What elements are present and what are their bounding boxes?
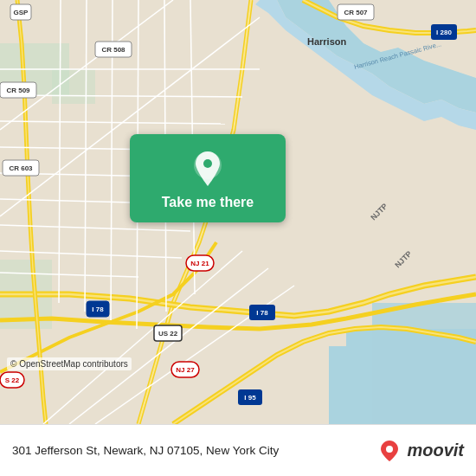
svg-text:I 280: I 280 (436, 29, 452, 36)
svg-text:CR 508: CR 508 (101, 46, 125, 54)
svg-point-56 (203, 159, 212, 168)
button-label: Take me there (162, 195, 254, 210)
take-me-there-button[interactable]: Take me there (130, 134, 286, 222)
map-container: CR 507 CR 508 CR 509 CR 603 NJ 21 I 78 I… (0, 0, 476, 424)
svg-text:I 78: I 78 (256, 309, 268, 317)
moovit-logo-text: moovit (407, 441, 464, 460)
svg-text:Harrison: Harrison (307, 36, 347, 47)
svg-text:S 22: S 22 (5, 376, 20, 384)
moovit-logo: moovit (377, 439, 464, 463)
address-text: 301 Jefferson St, Newark, NJ 07105, New … (12, 444, 377, 457)
moovit-logo-icon (377, 439, 402, 463)
svg-text:CR 603: CR 603 (9, 164, 33, 172)
svg-text:I 78: I 78 (92, 306, 104, 313)
osm-attribution: © OpenStreetMap contributors (7, 357, 132, 370)
svg-text:NJ 27: NJ 27 (176, 366, 195, 374)
location-pin-icon (192, 150, 223, 188)
svg-text:I 95: I 95 (244, 394, 256, 402)
attribution-text: © OpenStreetMap contributors (10, 359, 128, 369)
svg-text:CR 507: CR 507 (344, 9, 368, 16)
svg-text:CR 509: CR 509 (6, 87, 30, 94)
footer: 301 Jefferson St, Newark, NJ 07105, New … (0, 424, 476, 476)
svg-text:US 22: US 22 (158, 330, 178, 338)
svg-text:GSP: GSP (14, 9, 29, 16)
svg-text:NJ 21: NJ 21 (190, 260, 209, 267)
svg-point-57 (386, 446, 393, 453)
